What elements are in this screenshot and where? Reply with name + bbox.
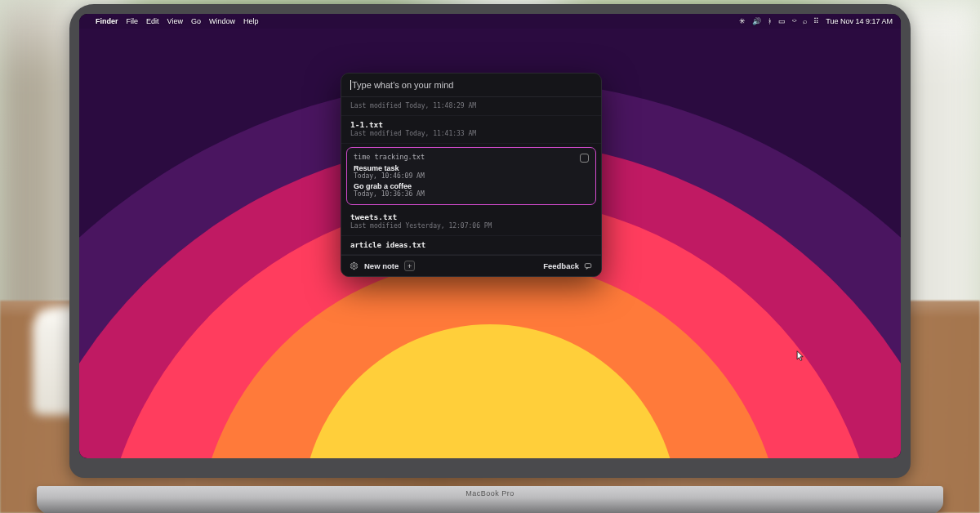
laptop-lid: Finder File Edit View Go Window Help ✳︎ …	[69, 4, 911, 478]
entry-time: Today, 10:36:36 AM	[354, 190, 589, 198]
menubar-item[interactable]: File	[127, 17, 139, 25]
search-placeholder: Type what's on your mind	[352, 80, 453, 90]
panel-footer: New note + Feedback	[341, 255, 601, 276]
list-item-subtitle: Last modified Today, 11:41:33 AM	[350, 130, 592, 137]
search-input[interactable]: Type what's on your mind	[341, 74, 601, 97]
chat-bubble-icon	[583, 262, 593, 270]
menubar-item[interactable]: View	[167, 17, 183, 25]
gear-icon[interactable]	[350, 261, 359, 270]
menubar-item[interactable]: Help	[243, 17, 259, 25]
bluetooth-icon[interactable]: ᚼ	[768, 17, 772, 25]
list-item[interactable]: Last modified Today, 11:48:29 AM	[341, 97, 601, 116]
list-item[interactable]: 1-1.txt Last modified Today, 11:41:33 AM	[341, 116, 601, 144]
text-caret	[350, 80, 351, 90]
mouse-cursor-icon	[796, 350, 804, 362]
search-icon[interactable]: ⌕	[803, 17, 807, 25]
list-item[interactable]: tweets.txt Last modified Yesterday, 12:0…	[341, 208, 601, 236]
list-item-selected[interactable]: time tracking.txt Resume task Today, 10:…	[346, 147, 596, 205]
menubar-app-name[interactable]: Finder	[96, 17, 118, 25]
wifi-icon[interactable]: ⌔	[792, 17, 796, 25]
menubar-clock[interactable]: Tue Nov 14 9:17 AM	[826, 17, 893, 25]
list-item-subtitle: Last modified Today, 11:48:29 AM	[350, 102, 592, 109]
volume-icon[interactable]: 🔊	[752, 17, 761, 25]
status-icon[interactable]: ✳︎	[739, 17, 746, 25]
control-center-icon[interactable]: ⠿	[813, 17, 819, 25]
entry-time: Today, 10:46:09 AM	[354, 172, 589, 180]
macbook: Finder File Edit View Go Window Help ✳︎ …	[69, 4, 911, 511]
entry-title: Resume task	[354, 164, 589, 172]
macos-desktop: Finder File Edit View Go Window Help ✳︎ …	[79, 14, 901, 458]
list-item[interactable]: article ideas.txt	[341, 236, 601, 255]
battery-icon[interactable]: ▭	[778, 17, 786, 25]
feedback-button[interactable]: Feedback	[543, 261, 579, 270]
new-note-button[interactable]: New note	[364, 261, 399, 270]
notes-launcher-panel: Type what's on your mind Last modified T…	[341, 73, 602, 277]
new-note-shortcut: +	[404, 261, 415, 271]
list-item-title: tweets.txt	[350, 212, 592, 221]
svg-rect-1	[585, 263, 591, 267]
pin-icon[interactable]	[580, 154, 589, 163]
result-list: Last modified Today, 11:48:29 AM 1-1.txt…	[341, 97, 601, 255]
svg-point-0	[353, 265, 355, 267]
list-item-title: article ideas.txt	[350, 241, 592, 249]
entry-title: Go grab a coffee	[354, 182, 589, 190]
laptop-base: MacBook Pro	[37, 486, 943, 513]
laptop-model-label: MacBook Pro	[37, 489, 943, 497]
list-item-subtitle: Last modified Yesterday, 12:07:06 PM	[350, 222, 592, 230]
menubar-item[interactable]: Go	[191, 17, 201, 25]
laptop-screen: Finder File Edit View Go Window Help ✳︎ …	[79, 14, 901, 458]
list-item-title: 1-1.txt	[350, 120, 592, 129]
macos-menubar: Finder File Edit View Go Window Help ✳︎ …	[79, 14, 901, 29]
selected-file-name: time tracking.txt	[354, 153, 589, 161]
menubar-item[interactable]: Edit	[146, 17, 159, 25]
menubar-item[interactable]: Window	[209, 17, 235, 25]
